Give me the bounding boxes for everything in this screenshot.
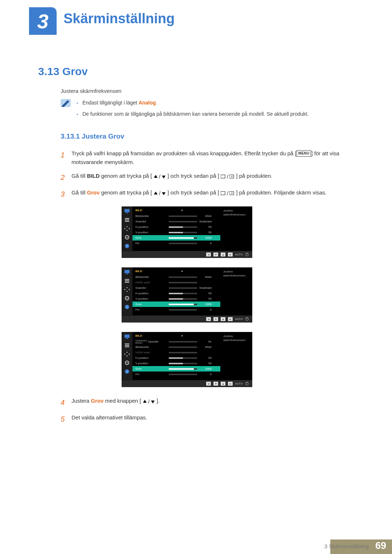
monitor-icon — [124, 334, 130, 339]
subsection-heading: 3.13.1 Justera Grov — [61, 132, 354, 140]
steps-list-continued: 4 Justera Grov med knappen [ / ]. 5 Det … — [61, 397, 354, 425]
svg-marker-1 — [162, 176, 166, 178]
svg-marker-13 — [126, 226, 128, 227]
svg-marker-47 — [143, 400, 147, 403]
svg-rect-2 — [221, 175, 225, 178]
list-icon — [124, 217, 130, 222]
svg-rect-38 — [125, 346, 129, 347]
section-heading: 3.13 Grov — [38, 65, 354, 78]
info-icon: i — [124, 243, 130, 249]
step-4: 4 Justera Grov med knappen [ / ]. — [61, 397, 354, 408]
list-icon — [124, 343, 130, 348]
page-header: 3 Skärminställning — [0, 0, 392, 44]
monitor-icon — [124, 270, 130, 275]
svg-marker-27 — [126, 291, 128, 292]
up-down-icon: / — [154, 189, 166, 198]
svg-rect-22 — [126, 274, 128, 274]
osd-help-text: Justera skärmfrekvensen. — [220, 267, 252, 315]
osd-icon-rail: i — [122, 332, 132, 380]
osd-stack: i BILD▲ BildstorlekWide SvarstidSnabbare… — [122, 206, 354, 387]
svg-text:i: i — [127, 244, 127, 248]
svg-marker-39 — [126, 352, 128, 353]
steps-list: 1 Tryck på valfri knapp på framsidan av … — [61, 149, 354, 200]
page-footer: 3 Skärminställning 69 — [0, 539, 392, 554]
move-icon — [124, 352, 130, 357]
nav-right-icon: ▸ — [228, 253, 233, 257]
gear-icon — [124, 296, 130, 301]
svg-rect-23 — [125, 279, 129, 280]
gear-icon — [124, 235, 130, 240]
svg-marker-0 — [154, 175, 158, 178]
svg-rect-12 — [125, 221, 129, 222]
move-icon — [124, 226, 130, 231]
step-3: 3 Gå till Grov genom att trycka på [ / ]… — [61, 188, 354, 200]
osd-help-text: Justera skärmfrekvensen. — [220, 206, 252, 251]
section-intro: Justera skärmfrekvensen — [61, 88, 354, 94]
svg-marker-41 — [124, 353, 125, 355]
svg-rect-10 — [125, 218, 129, 219]
note-icon — [61, 99, 71, 107]
svg-rect-6 — [221, 192, 225, 195]
info-icon: i — [124, 369, 130, 374]
osd-icon-rail: i — [122, 206, 132, 251]
svg-rect-37 — [125, 345, 129, 346]
info-icon: i — [124, 304, 130, 309]
svg-marker-42 — [129, 353, 130, 355]
enter-icon: / — [221, 189, 234, 198]
svg-marker-26 — [126, 287, 128, 288]
chapter-title: Skärminställning — [64, 11, 175, 26]
move-icon — [124, 287, 130, 292]
gear-icon — [124, 360, 130, 365]
nav-down-icon: ▾ — [213, 253, 218, 257]
svg-point-44 — [127, 362, 128, 364]
osd-screenshot-1: i BILD▲ BildstorlekWide SvarstidSnabbare… — [122, 206, 252, 258]
power-icon — [245, 382, 249, 385]
power-icon — [245, 317, 249, 321]
nav-up-icon: ▴ — [221, 382, 225, 386]
osd-help-text: Justera skärmfrekvensen. — [220, 332, 252, 380]
nav-left-icon: ◂ — [206, 317, 211, 321]
svg-point-31 — [127, 298, 128, 299]
up-down-icon: / — [154, 172, 166, 181]
svg-text:i: i — [127, 305, 127, 309]
step-1: 1 Tryck på valfri knapp på framsidan av … — [61, 149, 354, 167]
page-number: 69 — [372, 540, 390, 551]
svg-text:i: i — [127, 370, 127, 373]
nav-right-icon: ▸ — [228, 382, 233, 386]
svg-rect-35 — [126, 338, 128, 339]
nav-left-icon: ◂ — [206, 382, 211, 386]
nav-down-icon: ▾ — [213, 317, 218, 321]
svg-rect-8 — [124, 209, 130, 212]
svg-rect-24 — [125, 280, 129, 281]
svg-rect-25 — [125, 282, 129, 283]
osd-screenshot-2: i BILD▲ BildstorlekWide HDMI svart Svars… — [122, 267, 252, 323]
osd-footer: ◂ ▾ ▴ ▸ AUTO — [122, 315, 252, 323]
svg-marker-5 — [162, 192, 166, 195]
step-2: 2 Gå till BILD genom att trycka på [ / ]… — [61, 172, 354, 183]
footer-text: 3 Skärminställning — [324, 543, 369, 549]
chapter-number-badge: 3 — [29, 7, 57, 35]
monitor-icon — [124, 209, 130, 214]
svg-marker-40 — [126, 356, 128, 357]
list-icon — [124, 278, 130, 283]
svg-marker-4 — [154, 192, 158, 194]
osd-footer: ◂ ▾ ▴ ▸ AUTO — [122, 251, 252, 258]
svg-point-18 — [127, 237, 128, 238]
note-block: Endast tillgängligt i läget Analog. De f… — [61, 99, 354, 122]
enter-icon: / — [221, 172, 234, 181]
nav-up-icon: ▴ — [221, 317, 225, 321]
nav-left-icon: ◂ — [206, 253, 211, 257]
svg-rect-21 — [124, 270, 130, 273]
svg-marker-28 — [124, 289, 125, 290]
svg-rect-36 — [125, 344, 129, 344]
svg-rect-34 — [124, 335, 130, 338]
nav-down-icon: ▾ — [213, 382, 218, 386]
note-item-1: Endast tillgängligt i läget Analog. — [77, 99, 309, 107]
svg-rect-9 — [126, 213, 128, 213]
svg-marker-15 — [124, 228, 125, 229]
svg-marker-16 — [129, 228, 130, 229]
note-item-2: De funktioner som är tillgängliga på bil… — [77, 110, 309, 118]
nav-right-icon: ▸ — [228, 317, 233, 321]
step-5: 5 Det valda alternativet tillämpas. — [61, 413, 354, 425]
osd-footer: ◂ ▾ ▴ ▸ AUTO — [122, 380, 252, 387]
